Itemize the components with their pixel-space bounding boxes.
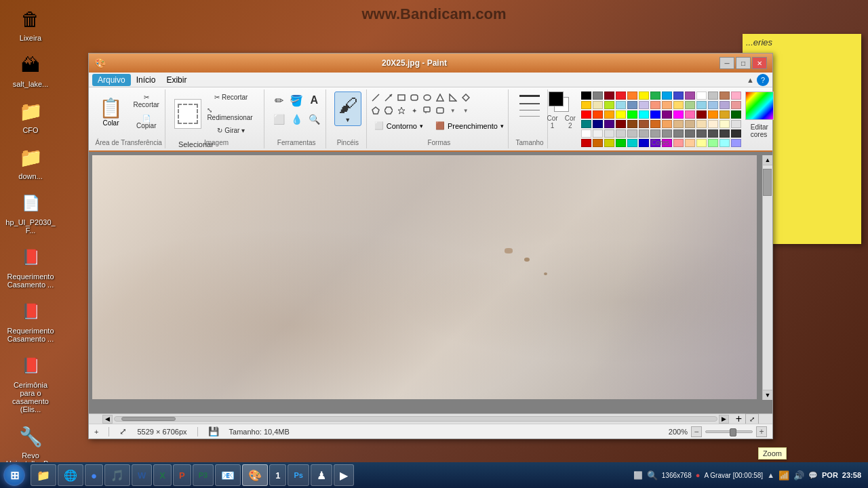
- palette-color-66[interactable]: [696, 129, 707, 138]
- redimensionar-button[interactable]: ⤡ Redimensionar: [203, 104, 258, 123]
- palette-color-70[interactable]: [581, 139, 591, 147]
- palette-color-57[interactable]: [593, 129, 603, 138]
- palette-color-11[interactable]: [708, 92, 718, 100]
- shape-star4[interactable]: ✦: [408, 104, 420, 117]
- palette-color-69[interactable]: [731, 129, 741, 138]
- scroll-right-arrow[interactable]: ▶: [719, 415, 729, 424]
- sound-icon[interactable]: 🔊: [793, 470, 804, 481]
- edit-colors-label[interactable]: Editarcores: [747, 121, 772, 140]
- palette-color-48[interactable]: [650, 120, 660, 128]
- minimize-button[interactable]: ─: [719, 57, 734, 69]
- palette-color-33[interactable]: [639, 110, 649, 119]
- palette-color-53[interactable]: [708, 120, 718, 128]
- palette-color-40[interactable]: [719, 110, 730, 119]
- palette-color-17[interactable]: [616, 101, 626, 109]
- palette-color-71[interactable]: [593, 139, 603, 147]
- palette-color-68[interactable]: [719, 129, 730, 138]
- size-line-2[interactable]: [519, 103, 540, 104]
- edit-colors-button[interactable]: [745, 92, 774, 120]
- zoom-plus-button[interactable]: +: [756, 426, 767, 437]
- shape-more[interactable]: ▼: [460, 104, 472, 117]
- palette-color-47[interactable]: [639, 120, 649, 128]
- palette-color-52[interactable]: [696, 120, 707, 128]
- palette-color-56[interactable]: [581, 129, 591, 138]
- color-picker-button[interactable]: 💧: [288, 111, 304, 127]
- shape-line[interactable]: [370, 92, 382, 104]
- menu-item-inicio[interactable]: Início: [131, 74, 161, 86]
- palette-color-32[interactable]: [627, 110, 637, 119]
- palette-color-65[interactable]: [685, 129, 695, 138]
- palette-color-83[interactable]: [731, 139, 741, 147]
- dropdown-tray[interactable]: ▲: [767, 471, 774, 479]
- canvas-area[interactable]: ▲ ▼: [89, 152, 772, 413]
- desktop-icon-req-cas2[interactable]: 📕 Requerimento Casamento ...: [3, 296, 58, 345]
- palette-color-73[interactable]: [616, 139, 626, 147]
- start-button[interactable]: ⊞: [3, 464, 25, 486]
- taskbar-app-paint[interactable]: 🎨: [242, 464, 268, 486]
- desktop-icon-trash[interactable]: 🗑 Lixeira: [3, 3, 58, 44]
- contorno-arrow[interactable]: ▾: [420, 123, 423, 129]
- text-tool-button[interactable]: A: [306, 92, 322, 110]
- palette-color-74[interactable]: [627, 139, 637, 147]
- pencil-button[interactable]: ✏: [271, 92, 287, 110]
- palette-color-22[interactable]: [673, 101, 684, 109]
- palette-color-26[interactable]: [719, 101, 730, 109]
- taskbar-app-excel[interactable]: X: [153, 464, 172, 486]
- palette-color-80[interactable]: [696, 139, 707, 147]
- palette-color-27[interactable]: [731, 101, 741, 109]
- palette-color-46[interactable]: [627, 120, 637, 128]
- taskbar-app-outlook[interactable]: 📧: [215, 464, 241, 486]
- palette-color-51[interactable]: [685, 120, 695, 128]
- palette-color-67[interactable]: [708, 129, 718, 138]
- palette-color-24[interactable]: [696, 101, 707, 109]
- palette-color-75[interactable]: [639, 139, 649, 147]
- palette-color-1[interactable]: [593, 92, 603, 100]
- scroll-thumb-h[interactable]: [121, 417, 176, 421]
- palette-color-64[interactable]: [673, 129, 684, 138]
- palette-color-23[interactable]: [685, 101, 695, 109]
- shape-triangle[interactable]: [434, 92, 446, 104]
- palette-color-50[interactable]: [673, 120, 684, 128]
- palette-color-35[interactable]: [662, 110, 672, 119]
- record-icon[interactable]: ●: [696, 471, 701, 479]
- size-line-1[interactable]: [519, 95, 540, 97]
- palette-color-25[interactable]: [708, 101, 718, 109]
- size-line-3[interactable]: [519, 110, 540, 110]
- zoom-minus-button[interactable]: −: [691, 426, 702, 437]
- palette-color-8[interactable]: [673, 92, 684, 100]
- desktop-icon-down[interactable]: 📁 down...: [3, 142, 58, 182]
- palette-color-34[interactable]: [650, 110, 660, 119]
- palette-color-81[interactable]: [708, 139, 718, 147]
- shape-pentagon[interactable]: [370, 104, 382, 117]
- scroll-thumb-v[interactable]: [763, 169, 772, 196]
- brush-dropdown-arrow[interactable]: ▼: [344, 117, 351, 123]
- palette-color-61[interactable]: [639, 129, 649, 138]
- magnify-button[interactable]: 🔍: [306, 111, 322, 127]
- palette-color-15[interactable]: [593, 101, 603, 109]
- shape-star[interactable]: [395, 104, 408, 117]
- network-icon[interactable]: 📶: [778, 470, 789, 481]
- menu-item-arquivo[interactable]: Arquivo: [92, 74, 131, 86]
- taskbar-app-word[interactable]: W: [132, 464, 152, 486]
- preenchimento-button[interactable]: 🟫 Preenchimento ▾: [431, 119, 509, 132]
- palette-color-39[interactable]: [708, 110, 718, 119]
- zoom-slider[interactable]: [705, 430, 753, 433]
- cor1-box[interactable]: [549, 92, 564, 106]
- size-line-4[interactable]: [519, 116, 540, 117]
- zoom-add-btn[interactable]: +: [94, 428, 98, 436]
- palette-color-37[interactable]: [685, 110, 695, 119]
- palette-color-3[interactable]: [616, 92, 626, 100]
- search-tray-icon[interactable]: 🔍: [647, 470, 658, 481]
- palette-color-29[interactable]: [593, 110, 603, 119]
- palette-color-49[interactable]: [662, 120, 672, 128]
- palette-color-14[interactable]: [581, 101, 591, 109]
- palette-color-44[interactable]: [604, 120, 614, 128]
- desktop-icon-hp[interactable]: 📄 hp_UI_P2030_F...: [3, 188, 58, 237]
- palette-color-59[interactable]: [616, 129, 626, 138]
- maximize-button[interactable]: □: [736, 57, 751, 69]
- girar-button[interactable]: ↻ Girar ▾: [203, 125, 258, 136]
- shape-rounded-rect[interactable]: [408, 92, 420, 104]
- shape-arrow[interactable]: [382, 92, 395, 104]
- palette-color-20[interactable]: [650, 101, 660, 109]
- palette-color-82[interactable]: [719, 139, 730, 147]
